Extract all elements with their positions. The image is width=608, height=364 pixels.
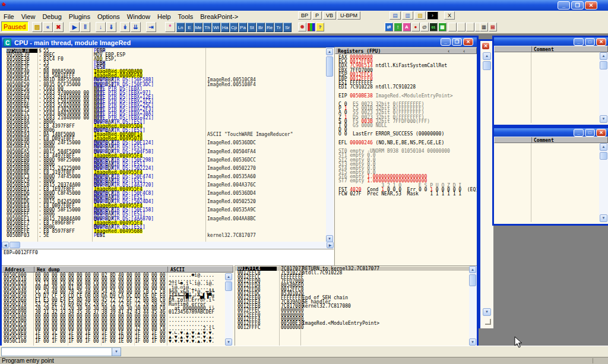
- comment-window-2-titlebar[interactable]: _ □ ✕: [494, 128, 608, 137]
- toolbar-go-to-address-icon[interactable]: *: [165, 22, 175, 32]
- toolbar-pane-button-tr[interactable]: Tr: [274, 23, 283, 32]
- toolbar-restart-icon[interactable]: «: [43, 22, 53, 32]
- menubar-notepad-icon[interactable]: ▤: [390, 11, 401, 20]
- stack-row[interactable]: 0012FFF000000000: [235, 313, 477, 317]
- register-line[interactable]: T 0 GS 0000 NULL: [336, 124, 477, 128]
- scrollbar[interactable]: ▲ ▼: [599, 52, 608, 123]
- sliver-close-button[interactable]: ✕: [482, 42, 490, 50]
- scroll-down-icon[interactable]: ▼: [225, 338, 232, 346]
- disasm-row[interactable]: 0050BE3B.83C4 F0ADD ESP,-10: [2, 57, 326, 61]
- toolbar-pane-button-th[interactable]: Th: [203, 23, 211, 32]
- maximize-icon[interactable]: □: [585, 38, 595, 46]
- minimize-icon[interactable]: _: [574, 38, 584, 46]
- toolbar-blank-button[interactable]: [448, 23, 457, 31]
- toolbar-log-list-icon[interactable]: ▤: [489, 23, 497, 31]
- menubar-console-icon[interactable]: ›: [427, 11, 438, 20]
- toolbar-options-gear-icon[interactable]: ☸: [298, 23, 306, 31]
- close-icon[interactable]: ✕: [596, 38, 606, 46]
- toolbar-pane-button-cp[interactable]: Cp: [230, 23, 238, 32]
- toolbar-pane-button-re[interactable]: Re: [265, 23, 274, 32]
- toolbar-sort-icon[interactable]: ↕: [394, 23, 402, 31]
- main-titlebar[interactable]: * _ ❐ ✕: [0, 0, 608, 11]
- register-line[interactable]: O 0 LastErr ERROR_SUCCESS (00000000): [336, 132, 477, 136]
- menu-window[interactable]: Window: [124, 12, 154, 20]
- combo-dropdown-icon[interactable]: ▼: [112, 348, 121, 356]
- stack-row[interactable]: 0012FFDC853D1020: [235, 292, 477, 296]
- menu-tools[interactable]: Tools: [175, 12, 197, 20]
- scroll-down-icon[interactable]: ▼: [469, 338, 476, 346]
- toolbar-pane-button-sr[interactable]: Sr: [283, 23, 292, 32]
- scroll-left-icon[interactable]: ◀: [2, 242, 9, 248]
- minimize-icon[interactable]: _: [574, 129, 584, 137]
- stack-row[interactable]: 0012FFCCFFFFFFFF: [235, 275, 477, 279]
- scroll-thumb[interactable]: [600, 61, 607, 69]
- stack-row[interactable]: 0012FFEC00000000: [235, 308, 477, 312]
- menu-help[interactable]: Help: [154, 12, 175, 20]
- scroll-thumb[interactable]: [600, 152, 607, 160]
- comment-window-1[interactable]: _ □ ✕ Comment ▲ ▼: [492, 36, 608, 126]
- toolbar-help-icon[interactable]: ?: [316, 23, 324, 31]
- toolbar-pause-icon[interactable]: ‖: [80, 22, 90, 32]
- toolbar-pane-button-st[interactable]: St: [248, 23, 256, 32]
- toolbar-swap-arrows-icon[interactable]: ⇄: [385, 23, 393, 31]
- sliver-scroll-up-icon[interactable]: ▲: [483, 52, 491, 60]
- stack-scrollbar[interactable]: ▲ ▼: [469, 266, 477, 346]
- toolbar-pane-button-e[interactable]: E: [185, 23, 194, 32]
- comment-window-1-titlebar[interactable]: _ □ ✕: [494, 37, 608, 46]
- toolbar-open-file-icon[interactable]: ▨: [32, 22, 42, 32]
- comment-list[interactable]: ▲ ▼: [494, 52, 608, 123]
- scroll-thumb[interactable]: [326, 56, 333, 77]
- close-button[interactable]: ✕: [585, 1, 597, 10]
- toolbar-close-program-icon[interactable]: ✖: [53, 22, 64, 32]
- sliver-scroll-down-icon[interactable]: ▼: [483, 308, 491, 316]
- scroll-down-icon[interactable]: ▼: [600, 214, 607, 222]
- stack-pane[interactable]: 0012FFC47C817077RETURN to kernel32.7C817…: [235, 265, 477, 346]
- toolbar-pane-button-ln[interactable]: Ln: [176, 23, 185, 32]
- background-window-sliver[interactable]: ✕ ▲ ▼: [479, 39, 493, 328]
- dump-scrollbar[interactable]: ▲ ▼: [225, 273, 233, 346]
- menubar-button-bp[interactable]: BP: [298, 11, 311, 20]
- stack-row[interactable]: 0012FFC87C910228ntdll.7C910228: [235, 271, 477, 275]
- register-line[interactable]: FCW 027F Prec NEAR,53 Mask 1 1 1 1 1 1: [336, 192, 477, 196]
- menu-file[interactable]: File: [0, 12, 18, 20]
- scroll-thumb[interactable]: [10, 242, 20, 248]
- toolbar-pane-button-me[interactable]: Me: [194, 23, 202, 32]
- restore-icon[interactable]: ❐: [452, 38, 462, 46]
- scroll-up-icon[interactable]: ▲: [600, 52, 607, 60]
- scroll-up-icon[interactable]: ▲: [326, 48, 333, 55]
- toolbar-screen-icon[interactable]: ▦: [438, 23, 446, 31]
- register-line[interactable]: EDI 7C910228 ntdll.7C910228: [336, 85, 477, 89]
- stack-row[interactable]: 0012FFE47C839AD8SE handler: [235, 300, 477, 304]
- stack-row[interactable]: 0012FFFC00000000: [235, 325, 477, 330]
- menu-options[interactable]: Options: [94, 12, 124, 20]
- disassembly-scrollbar[interactable]: ▲ ▼: [326, 48, 334, 242]
- scroll-up-icon[interactable]: ▲: [225, 273, 232, 280]
- menubar-folder-icon[interactable]: ▨: [414, 11, 426, 20]
- toolbar-columns-icon[interactable]: ▥: [480, 23, 488, 31]
- scrollbar[interactable]: ▲ ▼: [599, 143, 608, 222]
- comment-window-2[interactable]: _ □ ✕ Comment ▲ ▼: [492, 126, 608, 226]
- menu-debug[interactable]: Debug: [39, 12, 65, 20]
- menubar-button-vb[interactable]: VB: [323, 11, 336, 20]
- register-line[interactable]: EIP 0050BE38 ImageRed.<ModuleEntryPoint>: [336, 94, 477, 98]
- stack-row[interactable]: 0012FFE0FFFFFFFFEnd of SEH chain: [235, 296, 477, 300]
- command-combobox[interactable]: ▼: [1, 347, 121, 356]
- scroll-right-icon[interactable]: ▶: [327, 242, 334, 248]
- close-icon[interactable]: ✕: [463, 38, 473, 46]
- disasm-row[interactable]: 0050BE3E.53PUSH EBX: [2, 61, 326, 65]
- scroll-up-icon[interactable]: ▲: [600, 143, 607, 151]
- disassembly-pane[interactable]: 0050BE38$55PUSH EBP0050BE39.8BECMOV EBP,…: [2, 48, 326, 242]
- toolbar-blank-button[interactable]: [457, 23, 466, 31]
- cpu-window[interactable]: C CPU - main thread, module ImageRed _ ❐…: [0, 36, 479, 346]
- disassembly-hscrollbar[interactable]: ◀ ▶: [2, 242, 334, 249]
- maximize-icon[interactable]: □: [585, 129, 595, 137]
- comment-list[interactable]: ▲ ▼: [494, 143, 608, 222]
- toolbar-run-icon[interactable]: ▶: [69, 22, 80, 32]
- stack-row[interactable]: 0012FFD48054B6ED: [235, 283, 477, 287]
- menu-view[interactable]: View: [18, 12, 39, 20]
- register-line[interactable]: EFL 00000246 (NO,NB,E,BE,NS,PE,GE,LE): [336, 141, 477, 145]
- disasm-row[interactable]: 0050BF03.5EPOP ESIkernel32.7C817077: [2, 233, 326, 238]
- toolbar-animate-into-icon[interactable]: ↡: [120, 22, 130, 32]
- registers-nav-right-icon[interactable]: ‹: [463, 49, 466, 54]
- menubar-button-p[interactable]: P: [312, 11, 322, 20]
